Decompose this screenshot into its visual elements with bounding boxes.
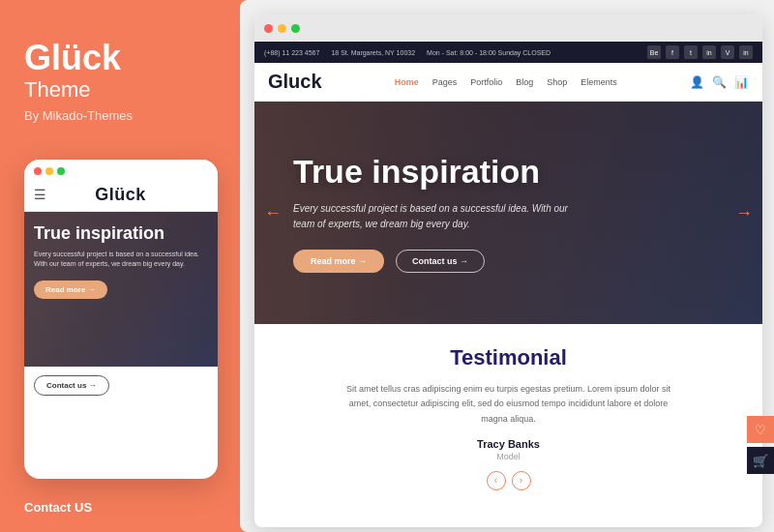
dot-green xyxy=(57,167,65,175)
nav-link-pages[interactable]: Pages xyxy=(432,77,458,87)
dot-yellow xyxy=(45,167,53,175)
testimonial-title: Testimonial xyxy=(293,345,724,370)
browser-topbar xyxy=(254,15,762,42)
testimonial-nav: ‹ › xyxy=(293,471,724,490)
mockup-contact-area: Contact us → xyxy=(24,367,218,403)
hero-subtitle: Every successful project is based on a s… xyxy=(293,201,583,232)
testimonial-author: Tracy Banks xyxy=(293,438,724,450)
mockup-contact-button[interactable]: Contact us → xyxy=(34,375,109,396)
infobar-left: (+88) 11 223 4567 18 St. Margarets, NY 1… xyxy=(264,49,551,56)
browser-dot-yellow xyxy=(278,24,286,33)
mockup-window-dots xyxy=(24,160,218,181)
brand-name: Glück xyxy=(24,39,121,77)
social-icon-v[interactable]: V xyxy=(721,45,734,59)
nav-link-portfolio[interactable]: Portfolio xyxy=(470,77,502,87)
testimonial-role: Model xyxy=(293,452,724,461)
infobar-hours: Mon - Sat: 8:00 - 18:00 Sunday CLOSED xyxy=(427,49,551,56)
site-testimonial: Testimonial Sit amet tellus cras adipisc… xyxy=(254,324,762,508)
person-icon[interactable]: 👤 xyxy=(690,75,704,89)
nav-link-shop[interactable]: Shop xyxy=(547,77,567,87)
site-logo: Gluck xyxy=(268,71,322,93)
brand-subtitle: Theme xyxy=(24,77,90,103)
float-icon-cart[interactable]: 🛒 xyxy=(747,447,774,474)
browser-dot-red xyxy=(264,24,273,33)
mockup-readmore-button[interactable]: Read more → xyxy=(34,281,107,299)
dot-red xyxy=(34,167,42,175)
testimonial-next-button[interactable]: › xyxy=(512,471,531,490)
contact-button[interactable]: Contact us → xyxy=(396,250,485,273)
social-icon-fb[interactable]: f xyxy=(666,45,679,59)
left-panel: Glück Theme By Mikado-Themes ☰ Glück Tru… xyxy=(0,0,240,532)
hero-title: True inspiration xyxy=(293,153,724,191)
social-icon-tw[interactable]: t xyxy=(684,45,698,59)
hamburger-icon[interactable]: ☰ xyxy=(34,187,46,202)
hero-arrow-left[interactable]: ← xyxy=(264,203,282,223)
readmore-button[interactable]: Read more → xyxy=(293,250,384,273)
brand-by: By Mikado-Themes xyxy=(24,108,133,123)
mockup-logo: Glück xyxy=(95,185,146,205)
infobar-phone: (+88) 11 223 4567 xyxy=(264,49,319,56)
social-icon-be[interactable]: Be xyxy=(647,45,661,59)
right-panel: (+88) 11 223 4567 18 St. Margarets, NY 1… xyxy=(240,0,774,532)
testimonial-prev-button[interactable]: ‹ xyxy=(487,471,506,490)
nav-link-blog[interactable]: Blog xyxy=(516,77,533,87)
hero-arrow-right[interactable]: → xyxy=(735,203,753,223)
social-icon-ig[interactable]: in xyxy=(702,45,716,59)
testimonial-text: Sit amet tellus cras adipiscing enim eu … xyxy=(344,382,673,427)
site-nav-links: Home Pages Portfolio Blog Shop Elements xyxy=(395,77,617,87)
nav-link-elements[interactable]: Elements xyxy=(580,77,617,87)
contact-us-label: Contact US xyxy=(24,500,92,515)
search-icon[interactable]: 🔍 xyxy=(712,75,727,89)
social-icon-li[interactable]: in xyxy=(739,45,753,59)
site-infobar: (+88) 11 223 4567 18 St. Margarets, NY 1… xyxy=(254,42,762,63)
infobar-socials: Be f t in V in xyxy=(647,45,753,59)
right-floating-icons: ♡ 🛒 xyxy=(747,416,774,474)
mockup-hero-text: Every successful project is based on a s… xyxy=(34,250,208,269)
browser-dot-green xyxy=(291,24,300,33)
nav-link-home[interactable]: Home xyxy=(395,77,419,87)
site-nav-icons: 👤 🔍 📊 xyxy=(690,75,749,89)
desktop-browser: (+88) 11 223 4567 18 St. Margarets, NY 1… xyxy=(254,15,762,527)
mockup-header: ☰ Glück xyxy=(24,181,218,212)
site-navbar: Gluck Home Pages Portfolio Blog Shop Ele… xyxy=(254,63,762,102)
bars-icon[interactable]: 📊 xyxy=(734,75,749,89)
mockup-hero-title: True inspiration xyxy=(34,223,208,245)
float-icon-heart[interactable]: ♡ xyxy=(747,416,774,443)
infobar-address: 18 St. Margarets, NY 10032 xyxy=(331,49,415,56)
hero-buttons: Read more → Contact us → xyxy=(293,250,724,273)
mobile-mockup: ☰ Glück True inspiration Every successfu… xyxy=(24,160,218,479)
site-hero: ← True inspiration Every successful proj… xyxy=(254,102,762,324)
mockup-hero: True inspiration Every successful projec… xyxy=(24,212,218,367)
